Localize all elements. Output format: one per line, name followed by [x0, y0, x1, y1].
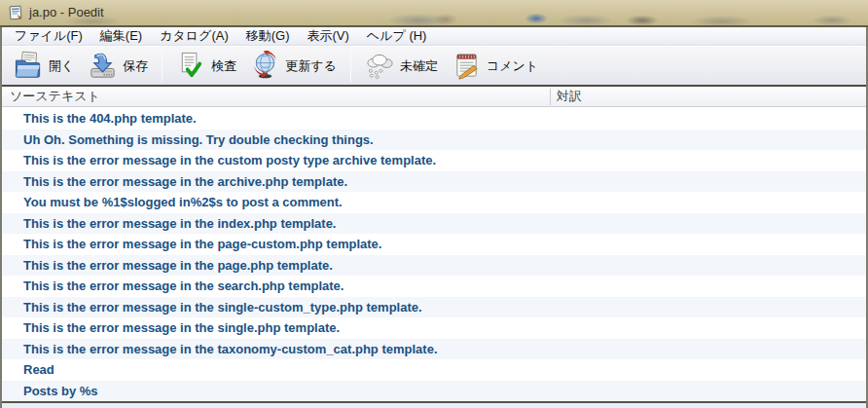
list-item[interactable]: This is the 404.php template. — [2, 108, 866, 130]
list-item[interactable]: Uh Oh. Something is missing. Try double … — [2, 130, 866, 151]
column-header-source[interactable]: ソーステキスト — [10, 87, 100, 106]
column-divider[interactable] — [550, 89, 551, 105]
list-item[interactable]: Read — [2, 359, 866, 381]
column-header-translation[interactable]: 対訳 — [557, 87, 582, 106]
bottom-panel-edge — [2, 403, 866, 408]
list-item[interactable]: This is the error message in the page-cu… — [2, 234, 866, 255]
menu-item-catalog[interactable]: カタログ(A) — [151, 27, 237, 45]
list-item[interactable]: This is the error message in the custom … — [2, 150, 866, 171]
list-item[interactable]: This is the error message in the search.… — [2, 276, 866, 297]
source-text: This is the error message in the single.… — [23, 317, 340, 339]
comment-button-label: コメント — [487, 57, 538, 75]
toolbar-separator — [350, 50, 351, 82]
source-text: This is the error message in the single-… — [23, 297, 422, 318]
list-header: ソーステキスト 対訳 — [2, 87, 866, 107]
menu-item-edit[interactable]: 編集(E) — [91, 27, 151, 45]
source-text: This is the 404.php template. — [23, 108, 197, 130]
window-title: ja.po - Poedit — [29, 0, 104, 25]
list-item[interactable]: This is the error message in the page.ph… — [2, 255, 866, 277]
validate-button[interactable]: 検査 — [169, 49, 243, 84]
translation-list: This is the 404.php template. Uh Oh. Som… — [2, 108, 866, 401]
fuzzy-button-label: 未確定 — [400, 57, 438, 75]
validate-button-label: 検査 — [211, 57, 236, 75]
list-item[interactable]: This is the error message in the single.… — [2, 317, 866, 339]
open-button[interactable]: 開く — [7, 49, 81, 84]
source-text: You must be %1$slogged in%2$s to post a … — [23, 192, 343, 213]
update-button-label: 更新する — [285, 57, 337, 75]
comment-icon — [452, 51, 482, 81]
fuzzy-icon — [365, 51, 395, 81]
save-button-label: 保存 — [123, 57, 148, 75]
menu-bar: ファイル(F) 編集(E) カタログ(A) 移動(G) 表示(V) ヘルプ (H… — [2, 27, 866, 46]
source-text: This is the error message in the page.ph… — [23, 255, 333, 277]
open-button-label: 開く — [49, 57, 74, 75]
menu-item-file[interactable]: ファイル(F) — [6, 27, 91, 45]
source-text: This is the error message in the search.… — [23, 276, 344, 297]
window-border-left — [0, 27, 2, 408]
source-text: This is the error message in the archive… — [23, 171, 347, 193]
title-bar[interactable]: ja.po - Poedit — [0, 0, 868, 25]
fuzzy-button[interactable]: 未確定 — [358, 49, 445, 84]
open-icon — [14, 51, 44, 81]
list-item[interactable]: This is the error message in the single-… — [2, 297, 866, 318]
toolbar-separator — [162, 50, 163, 82]
list-item[interactable]: Posts by %s — [2, 381, 866, 402]
menu-item-view[interactable]: 表示(V) — [299, 27, 358, 45]
comment-button[interactable]: コメント — [445, 49, 545, 84]
source-text: This is the error message in the custom … — [23, 150, 436, 171]
source-text: Read — [23, 359, 54, 381]
menu-item-help[interactable]: ヘルプ (H) — [358, 27, 436, 45]
validate-icon — [176, 51, 206, 81]
source-text: This is the error message in the index.p… — [23, 213, 336, 235]
list-item[interactable]: This is the error message in the index.p… — [2, 213, 866, 235]
update-icon — [250, 51, 280, 81]
update-button[interactable]: 更新する — [243, 49, 344, 84]
toolbar: 開く 保存 — [2, 47, 866, 85]
save-icon — [88, 51, 118, 81]
poedit-window: ja.po - Poedit ファイル(F) 編集(E) カタログ(A) 移動(… — [0, 0, 868, 408]
source-text: This is the error message in the taxonom… — [23, 339, 438, 360]
source-text: Posts by %s — [23, 381, 98, 402]
list-item[interactable]: This is the error message in the taxonom… — [2, 339, 866, 360]
list-item[interactable]: You must be %1$slogged in%2$s to post a … — [2, 192, 866, 213]
save-button[interactable]: 保存 — [81, 49, 155, 84]
list-item[interactable]: This is the error message in the archive… — [2, 171, 866, 193]
source-text: Uh Oh. Something is missing. Try double … — [23, 130, 374, 151]
menu-item-go[interactable]: 移動(G) — [237, 27, 299, 45]
poedit-app-icon — [8, 5, 23, 20]
source-text: This is the error message in the page-cu… — [23, 234, 381, 255]
